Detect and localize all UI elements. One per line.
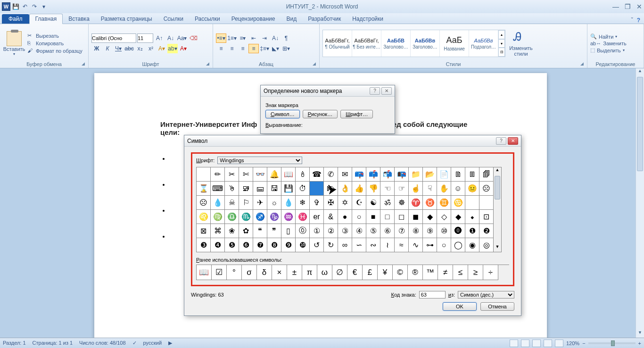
tab-view[interactable]: Вид (281, 14, 302, 24)
symbol-cell[interactable]: ☟ (423, 182, 437, 196)
symbol-cell[interactable]: ③ (338, 224, 352, 238)
symbol-cell[interactable]: ⓿ (451, 224, 465, 238)
recent-symbol-cell[interactable]: π (302, 265, 317, 280)
symbol-cell[interactable] (479, 196, 494, 210)
symbol-cell[interactable]: ● (338, 210, 352, 224)
copy-button[interactable]: ⎘Копировать (27, 40, 83, 47)
zoom-slider[interactable] (588, 342, 636, 344)
symbol-cell[interactable]: ♏ (239, 210, 253, 224)
replace-button[interactable]: ab↔Заменить (590, 41, 627, 46)
recent-symbol-cell[interactable]: ω (317, 265, 332, 280)
dialog-titlebar[interactable]: Символ ? ✕ (184, 135, 521, 147)
recent-symbol-cell[interactable]: σ (242, 265, 257, 280)
symbol-cell[interactable]: ○ (437, 238, 451, 252)
symbol-cell[interactable]: 🔔 (267, 167, 281, 182)
italic-button[interactable]: К (102, 44, 113, 53)
symbol-cell[interactable]: ⬥ (465, 210, 479, 224)
symbol-cell[interactable]: ♓ (296, 210, 310, 224)
subscript-button[interactable]: x₂ (135, 44, 145, 53)
recent-symbol-cell[interactable]: ¥ (378, 265, 393, 280)
symbol-cell[interactable]: ☹ (479, 182, 494, 196)
symbol-cell[interactable]: ♒ (281, 210, 296, 224)
symbol-cell[interactable]: ✿ (239, 224, 253, 238)
symbol-cell[interactable]: 📁 (409, 167, 423, 182)
show-marks-button[interactable]: ¶ (281, 33, 291, 43)
recent-symbol-cell[interactable]: £ (363, 265, 378, 280)
scroll-down-icon[interactable]: ▼ (494, 244, 501, 252)
symbol-cell[interactable]: 😐 (465, 182, 479, 196)
font-button[interactable]: Шрифт… (340, 110, 373, 118)
style-scroll-icon[interactable]: ▾ (498, 39, 505, 48)
save-icon[interactable]: 💾 (11, 2, 20, 11)
symbol-cell[interactable]: ✠ (324, 196, 338, 210)
view-read-icon[interactable] (521, 340, 529, 347)
symbol-cell[interactable]: ⏱ (296, 182, 310, 196)
symbol-cell[interactable]: ❷ (479, 224, 494, 238)
tab-developer[interactable]: Разработчик (302, 14, 347, 24)
multilevel-button[interactable]: ≡▾ (238, 33, 248, 43)
dialog-titlebar[interactable]: Определение нового маркера ? ✕ (261, 85, 395, 97)
symbol-cell[interactable]: ♋ (451, 196, 465, 210)
symbol-cell[interactable]: ❞ (267, 224, 281, 238)
tab-home[interactable]: Главная (29, 14, 63, 24)
symbol-cell[interactable]: ② (324, 224, 338, 238)
sort-button[interactable]: A↓ (270, 33, 281, 43)
scroll-down-icon[interactable]: ▼ (636, 330, 644, 338)
recent-symbol-cell[interactable]: € (347, 265, 363, 280)
symbol-cell[interactable]: 📖 (281, 167, 296, 182)
char-code-input[interactable] (419, 291, 446, 298)
symbol-cell[interactable]: ≈ (395, 238, 409, 252)
from-select[interactable]: Символ (дес.) (458, 291, 514, 298)
view-outline-icon[interactable] (544, 340, 552, 347)
zoom-level[interactable]: 120% (566, 340, 579, 346)
symbol-cell[interactable]: ✄ (239, 167, 253, 182)
symbol-cell[interactable]: ⑨ (423, 224, 437, 238)
align-right-button[interactable]: ≡ (238, 44, 248, 53)
symbol-cell[interactable]: ⚐ (239, 196, 253, 210)
symbol-cell[interactable]: ⊠ (197, 224, 211, 238)
symbol-cell[interactable]: & (324, 210, 338, 224)
style-item[interactable]: АаБбВвГг,¶ Без инте… (352, 30, 381, 57)
symbol-cell[interactable]: ◉ (465, 238, 479, 252)
symbol-cell[interactable]: 📂 (423, 167, 437, 182)
recent-symbol-cell[interactable]: × (272, 265, 287, 280)
symbol-cell[interactable]: ♎ (225, 210, 239, 224)
symbol-cell[interactable]: ⑩ (437, 224, 451, 238)
clear-format-button[interactable]: ⌫ (188, 33, 198, 43)
status-words[interactable]: Число слов: 48/108 (79, 340, 125, 346)
change-styles-button[interactable]: Ꭿ Изменить стили (507, 30, 535, 57)
justify-button[interactable]: ≡ (248, 44, 259, 53)
indent-dec-button[interactable]: ⇤ (248, 33, 259, 43)
bullets-button[interactable]: •≡▾ (216, 33, 226, 43)
scroll-thumb[interactable] (495, 176, 500, 199)
highlight-button[interactable]: ab▾ (167, 44, 178, 53)
symbol-cell[interactable]: ⊶ (423, 238, 437, 252)
redo-icon[interactable]: ↷ (30, 2, 39, 11)
styles-gallery[interactable]: АаБбВвГг,¶ ОбычныйАаБбВвГг,¶ Без инте…Аа… (322, 30, 505, 57)
symbol-cell[interactable]: ✏ (211, 167, 225, 182)
symbol-cell[interactable]: ♍ (211, 210, 225, 224)
symbol-cell[interactable]: 📬 (380, 167, 395, 182)
tab-review[interactable]: Рецензирование (226, 14, 281, 24)
view-draft-icon[interactable] (555, 340, 563, 347)
vertical-scrollbar[interactable]: ▲ ▼ (636, 68, 644, 338)
spell-icon[interactable]: ✓ (132, 340, 137, 346)
tab-file[interactable]: Файл (2, 14, 29, 24)
symbol-grid[interactable]: ✏✂✄👓🔔📖🕯☎✆✉📪📫📬📭📁📂📄🗎🗏🗐⌛⌨🖰🖳🖴🖫💾⏱🖎👌👍👎☜☞☝☟✋☺😐☹… (196, 167, 494, 252)
symbol-cell[interactable]: ◯ (451, 238, 465, 252)
view-print-icon[interactable] (510, 340, 518, 347)
symbol-cell[interactable]: ⑦ (395, 224, 409, 238)
symbol-cell[interactable]: ❼ (253, 238, 267, 252)
zoom-handle[interactable] (611, 340, 615, 346)
symbol-cell[interactable]: ⓪ (296, 224, 310, 238)
line-spacing-button[interactable]: ‡≡▾ (259, 44, 270, 53)
symbol-cell[interactable]: ⌛ (197, 182, 211, 196)
zoom-in-icon[interactable]: + (638, 340, 641, 346)
paragraph-launcher-icon[interactable]: ◢ (313, 61, 318, 67)
view-web-icon[interactable] (532, 340, 541, 347)
cancel-button[interactable]: Отмена (480, 302, 514, 311)
recent-symbol-cell[interactable]: ° (227, 265, 242, 280)
symbol-cell[interactable]: ■ (366, 210, 380, 224)
symbol-cell[interactable]: ♌ (197, 210, 211, 224)
style-item[interactable]: АаБНазвание (440, 30, 469, 57)
